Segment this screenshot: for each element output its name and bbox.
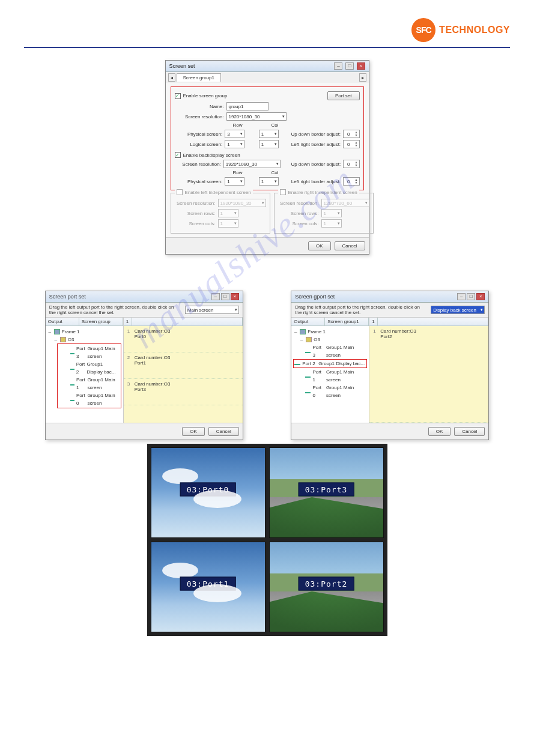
back-ud-border-value: 0 xyxy=(344,162,353,167)
tree-port-node[interactable]: Port 3Group1 Main screen xyxy=(293,343,367,359)
port-set-right-cancel-button[interactable]: Cancel xyxy=(454,427,485,436)
left-ind-res-select: 1920*1080_30▾ xyxy=(218,199,266,207)
sfc-logo-text: TECHNOLOGY xyxy=(439,25,510,35)
ud-border-value: 0 xyxy=(344,132,353,137)
spinner-down-icon[interactable]: ▼ xyxy=(354,144,359,147)
tree-port-node[interactable]: Port 0Group1 Main screen xyxy=(293,384,367,399)
port-set-right-ok-button[interactable]: OK xyxy=(428,427,451,436)
port-set-left-instruction: Drag the left output port to the right s… xyxy=(49,304,180,315)
back-resolution-select[interactable]: 1920*1080_30▾ xyxy=(223,160,281,168)
col-header: Col xyxy=(264,122,287,128)
name-input[interactable]: group1 xyxy=(226,102,269,110)
spinner-down-icon[interactable]: ▼ xyxy=(354,181,359,184)
maximize-icon[interactable]: □ xyxy=(221,293,229,300)
enable-right-independent-checkbox[interactable] xyxy=(280,189,286,195)
tree-card-node[interactable]: –O3 xyxy=(293,336,367,343)
enable-screen-group-checkbox[interactable]: ✓ xyxy=(175,93,181,99)
slot-number: 2 xyxy=(127,355,135,360)
back-physical-row-value: 1 xyxy=(227,179,229,184)
back-lr-border-value: 0 xyxy=(344,179,353,184)
screen-set-ok-button[interactable]: OK xyxy=(308,241,331,250)
port-set-right-title: Screen gport set xyxy=(295,294,335,300)
minimize-icon[interactable]: – xyxy=(334,62,342,70)
logical-col-value: 1 xyxy=(261,142,264,147)
tree-frame-node[interactable]: –Frame 1 xyxy=(293,328,367,336)
chevron-down-icon: ▾ xyxy=(276,162,279,166)
screen-port-set-dialog-left: Screen port set –□× Drag the left output… xyxy=(45,291,243,440)
tab-next-icon[interactable]: ▸ xyxy=(359,73,366,82)
minimize-icon[interactable]: – xyxy=(211,293,220,300)
spinner-down-icon[interactable]: ▼ xyxy=(354,164,359,167)
enable-backdisplay-checkbox[interactable]: ✓ xyxy=(175,152,181,158)
maximize-icon[interactable]: □ xyxy=(467,293,475,300)
tree-port-group: Group1 Main screen xyxy=(326,384,367,399)
tree-port-node[interactable]: Port 3Group1 Main screen xyxy=(58,345,120,360)
tree-frame-node[interactable]: –Frame 1 xyxy=(47,328,121,336)
port-icon xyxy=(294,364,300,365)
screen-slot[interactable]: 1Card number:O3Port2 xyxy=(369,326,488,423)
close-icon[interactable]: × xyxy=(357,62,365,70)
back-physical-row-select[interactable]: 1▾ xyxy=(225,177,244,186)
port-icon xyxy=(70,384,74,386)
port-icon xyxy=(305,352,311,353)
chevron-down-icon: ▾ xyxy=(240,132,243,136)
enable-left-independent-label: Enable left independent screen xyxy=(185,190,251,195)
tree-port-node[interactable]: Port 1Group1 Main screen xyxy=(58,376,120,392)
screen-slot[interactable]: 2Card number:O3Port1 xyxy=(124,352,243,379)
port-set-left-cancel-button[interactable]: Cancel xyxy=(208,427,239,436)
lr-border-value: 0 xyxy=(344,142,353,147)
port-set-button[interactable]: Port set xyxy=(327,91,360,100)
screen-resolution-label: Screen resolution: xyxy=(175,114,226,119)
back-lr-border-spinner[interactable]: 0▲▼ xyxy=(343,177,359,186)
videowall-label-br: 03:Port2 xyxy=(299,576,354,590)
videowall-cell-br: 03:Port2 xyxy=(269,542,384,632)
screen-set-cancel-button[interactable]: Cancel xyxy=(335,241,365,250)
tree-port-node[interactable]: Port 2Group1 Display bac... xyxy=(58,360,120,376)
right-ind-rows-select: 1▾ xyxy=(321,209,342,217)
port-set-left-ok-button[interactable]: OK xyxy=(182,427,205,436)
port-set-right-screen-select[interactable]: Display back screen▾ xyxy=(431,306,485,314)
physical-row-select[interactable]: 3▾ xyxy=(225,130,244,138)
right-ind-rows-label: Screen rows: xyxy=(278,211,321,216)
port-icon xyxy=(70,353,74,354)
port-set-left-screen-select[interactable]: Main screen▾ xyxy=(185,306,239,314)
tab-prev-icon[interactable]: ◂ xyxy=(168,73,175,82)
logical-row-select[interactable]: 1▾ xyxy=(225,140,244,148)
chevron-down-icon: ▾ xyxy=(275,132,277,136)
tree-port-group: Group1 Display bac... xyxy=(86,360,120,376)
logical-col-select[interactable]: 1▾ xyxy=(259,140,279,148)
tree-card-label: O3 xyxy=(68,336,74,343)
screen-set-dialog: Screen set – □ × ◂ Screen group1 ▸ ✓ Ena… xyxy=(165,60,369,255)
tree-card-node[interactable]: –O3 xyxy=(47,336,121,343)
videowall-label-tr: 03:Port3 xyxy=(299,482,354,496)
spinner-down-icon[interactable]: ▼ xyxy=(354,134,359,137)
physical-col-select[interactable]: 1▾ xyxy=(259,130,279,138)
slot-card: Card number:O3 xyxy=(135,328,171,334)
tree-port-node[interactable]: Port 2Group1 Display bac... xyxy=(293,359,367,368)
screen-slot[interactable]: 3Card number:O3Port3 xyxy=(124,379,243,405)
port-icon xyxy=(70,369,74,370)
left-ind-res-value: 1920*1080_30 xyxy=(220,201,252,206)
back-ud-border-spinner[interactable]: 0▲▼ xyxy=(343,160,359,168)
back-physical-col-select[interactable]: 1▾ xyxy=(259,177,279,186)
tree-port-group: Group1 Main screen xyxy=(326,343,367,359)
close-icon[interactable]: × xyxy=(476,293,485,300)
page-header: SFC TECHNOLOGY xyxy=(24,18,510,48)
ud-border-spinner[interactable]: 0▲▼ xyxy=(343,130,359,138)
screen-resolution-select[interactable]: 1920*1080_30▾ xyxy=(226,112,287,121)
lr-border-spinner[interactable]: 0▲▼ xyxy=(343,140,359,148)
chevron-down-icon: ▾ xyxy=(481,307,483,312)
close-icon[interactable]: × xyxy=(231,293,239,300)
enable-left-independent-checkbox[interactable] xyxy=(177,189,183,195)
chevron-down-icon: ▾ xyxy=(235,307,237,312)
tree-port-node[interactable]: Port 0Group1 Main screen xyxy=(58,392,120,407)
tree-port-group: Group1 Main screen xyxy=(87,345,120,360)
tree-port-node[interactable]: Port 1Group1 Main screen xyxy=(293,368,367,384)
port-set-left-title: Screen port set xyxy=(49,294,86,300)
maximize-icon[interactable]: □ xyxy=(345,62,354,70)
left-ind-rows-select: 1▾ xyxy=(218,209,238,217)
tab-screen-group1[interactable]: Screen group1 xyxy=(177,73,221,82)
tree-port-label: Port 2 xyxy=(76,360,85,376)
screen-slot[interactable]: 1Card number:O3Port0 xyxy=(124,326,243,352)
minimize-icon[interactable]: – xyxy=(457,293,466,300)
